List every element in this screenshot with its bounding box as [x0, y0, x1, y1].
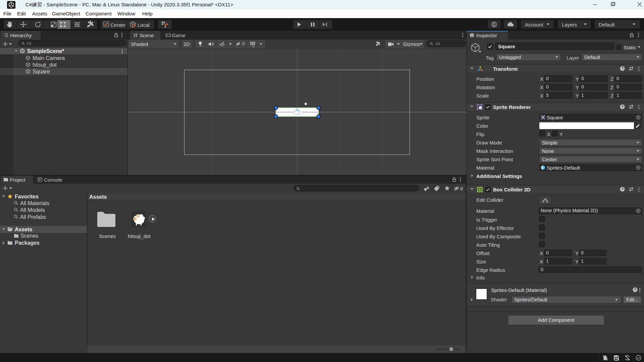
svg-text:?: ?: [634, 288, 636, 292]
svg-text:?: ?: [622, 187, 624, 191]
svg-text:?: ?: [622, 105, 624, 109]
svg-text:?: ?: [622, 66, 624, 70]
